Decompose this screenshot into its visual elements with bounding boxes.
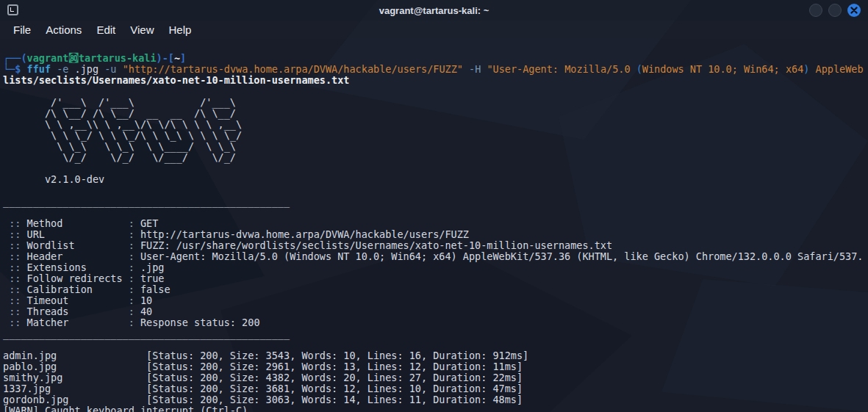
- blank-line: [3, 339, 868, 350]
- terminal-app-icon: [7, 4, 18, 15]
- config-line-timeout: :: Timeout : 10: [3, 295, 868, 306]
- blank-line: [3, 86, 868, 97]
- window-title: vagrant@tartarus-kali: ~: [0, 5, 868, 16]
- ffuf-banner-line: /\ \__/ /\ \__/ __ __ /\ \__/: [3, 108, 868, 119]
- ffuf-banner-line: \ \_\ \ \_\ \ \____/ \ \_\: [3, 141, 868, 152]
- ffuf-banner-line: \ \ ,__\\ \ ,__\/\ \/\ \ \ \ ,__\: [3, 119, 868, 130]
- ffuf-banner-line: \ \ \_/ \ \ \_/\ \ \_\ \ \ \ \_/: [3, 130, 868, 141]
- result-line-smithy.jpg: smithy.jpg [Status: 200, Size: 4382, Wor…: [3, 372, 868, 383]
- ffuf-version: v2.1.0-dev: [3, 174, 868, 185]
- result-line-pablo.jpg: pablo.jpg [Status: 200, Size: 2961, Word…: [3, 361, 868, 372]
- menu-edit[interactable]: Edit: [89, 24, 123, 36]
- blank-line: [3, 207, 868, 218]
- titlebar[interactable]: vagrant@tartarus-kali: ~: [0, 0, 868, 21]
- minimize-button[interactable]: [809, 4, 822, 17]
- shell-command-wrap-line: lists/seclists/Usernames/xato-net-10-mil…: [3, 75, 868, 86]
- menu-view[interactable]: View: [123, 24, 161, 36]
- config-line-wordlist: :: Wordlist : FUZZ: /usr/share/wordlists…: [3, 240, 868, 251]
- menu-file[interactable]: File: [6, 24, 38, 36]
- result-line-gordonb.jpg: gordonb.jpg [Status: 200, Size: 3063, Wo…: [3, 394, 868, 405]
- separator-line: ________________________________________…: [3, 196, 868, 207]
- config-line-header: :: Header : User-Agent: Mozilla/5.0 (Win…: [3, 251, 868, 262]
- maximize-button[interactable]: [828, 4, 842, 17]
- menu-help[interactable]: Help: [161, 24, 198, 36]
- window-controls: [809, 4, 861, 17]
- blank-line: [3, 163, 868, 174]
- separator-line: ________________________________________…: [3, 328, 868, 339]
- config-line-method: :: Method : GET: [3, 218, 868, 229]
- warning-line: [WARN] Caught keyboard interrupt (Ctrl-C…: [3, 405, 868, 412]
- result-line-1337.jpg: 1337.jpg [Status: 200, Size: 3681, Words…: [3, 383, 868, 394]
- config-line-follow-redirects: :: Follow redirects : true: [3, 273, 868, 284]
- ffuf-banner-line: \/_/ \/_/ \/___/ \/_/: [3, 152, 868, 163]
- menu-actions[interactable]: Actions: [38, 24, 89, 36]
- config-line-calibration: :: Calibration : false: [3, 284, 868, 295]
- result-line-admin.jpg: admin.jpg [Status: 200, Size: 3543, Word…: [3, 350, 868, 361]
- terminal-output[interactable]: ┌──(vagrant㉏tartarus-kali)-[~]└─$ ffuf -…: [0, 39, 868, 412]
- close-button[interactable]: [847, 4, 861, 17]
- config-line-url: :: URL : http://tartarus-dvwa.home.arpa/…: [3, 229, 868, 240]
- config-line-threads: :: Threads : 40: [3, 306, 868, 317]
- shell-command-line: └─$ ffuf -e .jpg -u "http://tartarus-dvw…: [3, 64, 868, 75]
- blank-line: [3, 185, 868, 196]
- config-line-extensions: :: Extensions : .jpg: [3, 262, 868, 273]
- ffuf-banner-line: /'___\ /'___\ /'___\: [3, 97, 868, 108]
- config-line-matcher: :: Matcher : Response status: 200: [3, 317, 868, 328]
- close-icon: [850, 7, 858, 14]
- menu-bar: FileActionsEditViewHelp: [0, 21, 868, 39]
- shell-prompt-line-1: ┌──(vagrant㉏tartarus-kali)-[~]: [3, 53, 868, 64]
